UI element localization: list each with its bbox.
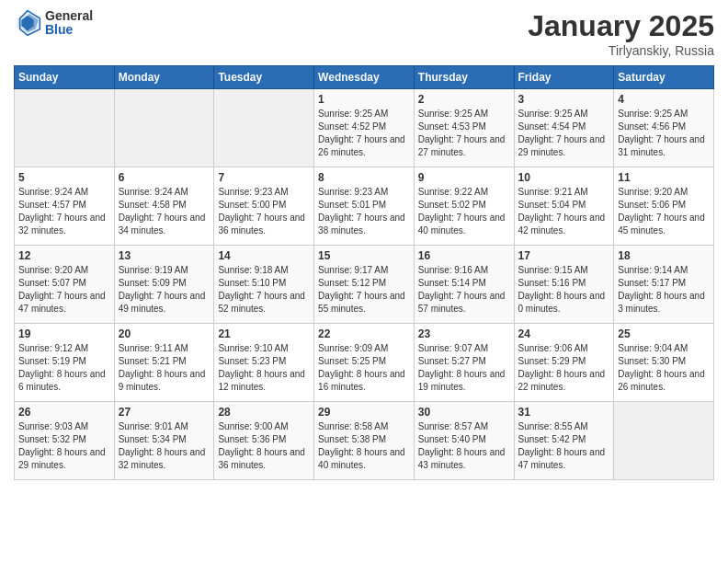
day-number: 14 bbox=[218, 249, 310, 262]
day-info: Sunrise: 9:12 AM Sunset: 5:19 PM Dayligh… bbox=[18, 342, 110, 394]
calendar-cell: 27Sunrise: 9:01 AM Sunset: 5:34 PM Dayli… bbox=[114, 402, 214, 480]
day-number: 10 bbox=[518, 171, 610, 184]
day-info: Sunrise: 9:14 AM Sunset: 5:17 PM Dayligh… bbox=[618, 264, 710, 316]
month-title: January 2025 bbox=[528, 9, 714, 43]
calendar-cell: 10Sunrise: 9:21 AM Sunset: 5:04 PM Dayli… bbox=[514, 167, 614, 246]
calendar-cell: 28Sunrise: 9:00 AM Sunset: 5:36 PM Dayli… bbox=[214, 402, 314, 480]
logo: General Blue bbox=[14, 9, 93, 38]
day-number: 23 bbox=[418, 327, 510, 340]
calendar-cell: 29Sunrise: 8:58 AM Sunset: 5:38 PM Dayli… bbox=[314, 402, 415, 480]
day-info: Sunrise: 9:22 AM Sunset: 5:02 PM Dayligh… bbox=[418, 186, 510, 237]
location: Tirlyanskiy, Russia bbox=[528, 43, 714, 58]
day-number: 15 bbox=[318, 249, 410, 262]
day-number: 22 bbox=[318, 327, 410, 340]
day-info: Sunrise: 8:55 AM Sunset: 5:42 PM Dayligh… bbox=[518, 420, 610, 472]
calendar-cell: 4Sunrise: 9:25 AM Sunset: 4:56 PM Daylig… bbox=[614, 89, 714, 167]
calendar-week-2: 5Sunrise: 9:24 AM Sunset: 4:57 PM Daylig… bbox=[15, 167, 714, 246]
calendar-week-4: 19Sunrise: 9:12 AM Sunset: 5:19 PM Dayli… bbox=[15, 324, 714, 402]
day-info: Sunrise: 9:15 AM Sunset: 5:16 PM Dayligh… bbox=[518, 264, 610, 316]
logo-blue: Blue bbox=[45, 23, 93, 37]
calendar-cell: 23Sunrise: 9:07 AM Sunset: 5:27 PM Dayli… bbox=[414, 324, 514, 402]
header-tuesday: Tuesday bbox=[214, 66, 314, 89]
day-header-row: Sunday Monday Tuesday Wednesday Thursday… bbox=[15, 66, 714, 89]
day-info: Sunrise: 9:00 AM Sunset: 5:36 PM Dayligh… bbox=[218, 420, 310, 472]
calendar-cell: 9Sunrise: 9:22 AM Sunset: 5:02 PM Daylig… bbox=[414, 167, 514, 246]
day-info: Sunrise: 9:01 AM Sunset: 5:34 PM Dayligh… bbox=[119, 420, 210, 472]
day-info: Sunrise: 9:25 AM Sunset: 4:54 PM Dayligh… bbox=[518, 108, 610, 159]
header-monday: Monday bbox=[114, 66, 214, 89]
day-number: 18 bbox=[618, 249, 710, 262]
calendar-cell: 7Sunrise: 9:23 AM Sunset: 5:00 PM Daylig… bbox=[214, 167, 314, 246]
day-number: 19 bbox=[18, 327, 110, 340]
day-number: 1 bbox=[318, 93, 410, 106]
day-number: 30 bbox=[418, 406, 510, 419]
calendar-cell bbox=[614, 402, 714, 480]
day-number: 3 bbox=[518, 93, 610, 106]
day-number: 21 bbox=[218, 327, 310, 340]
calendar-cell: 25Sunrise: 9:04 AM Sunset: 5:30 PM Dayli… bbox=[614, 324, 714, 402]
calendar-cell: 20Sunrise: 9:11 AM Sunset: 5:21 PM Dayli… bbox=[114, 324, 214, 402]
day-info: Sunrise: 9:07 AM Sunset: 5:27 PM Dayligh… bbox=[418, 342, 510, 394]
header-sunday: Sunday bbox=[15, 66, 115, 89]
calendar-cell: 24Sunrise: 9:06 AM Sunset: 5:29 PM Dayli… bbox=[514, 324, 614, 402]
header-thursday: Thursday bbox=[414, 66, 514, 89]
day-number: 6 bbox=[119, 171, 210, 184]
day-info: Sunrise: 9:19 AM Sunset: 5:09 PM Dayligh… bbox=[119, 264, 210, 316]
day-number: 28 bbox=[218, 406, 310, 419]
calendar-cell: 31Sunrise: 8:55 AM Sunset: 5:42 PM Dayli… bbox=[514, 402, 614, 480]
main-container: General Blue January 2025 Tirlyanskiy, R… bbox=[0, 0, 728, 489]
calendar-week-3: 12Sunrise: 9:20 AM Sunset: 5:07 PM Dayli… bbox=[15, 246, 714, 324]
day-number: 4 bbox=[618, 93, 710, 106]
day-info: Sunrise: 9:25 AM Sunset: 4:53 PM Dayligh… bbox=[418, 108, 510, 159]
calendar-cell: 30Sunrise: 8:57 AM Sunset: 5:40 PM Dayli… bbox=[414, 402, 514, 480]
day-info: Sunrise: 9:06 AM Sunset: 5:29 PM Dayligh… bbox=[518, 342, 610, 394]
day-info: Sunrise: 9:24 AM Sunset: 4:57 PM Dayligh… bbox=[18, 186, 110, 237]
calendar-week-1: 1Sunrise: 9:25 AM Sunset: 4:52 PM Daylig… bbox=[15, 89, 714, 167]
calendar-cell: 16Sunrise: 9:16 AM Sunset: 5:14 PM Dayli… bbox=[414, 246, 514, 324]
day-number: 7 bbox=[218, 171, 310, 184]
header-wednesday: Wednesday bbox=[314, 66, 415, 89]
calendar-cell: 13Sunrise: 9:19 AM Sunset: 5:09 PM Dayli… bbox=[114, 246, 214, 324]
day-info: Sunrise: 8:57 AM Sunset: 5:40 PM Dayligh… bbox=[418, 420, 510, 472]
day-number: 13 bbox=[119, 249, 210, 262]
calendar-cell bbox=[15, 89, 115, 167]
day-info: Sunrise: 9:21 AM Sunset: 5:04 PM Dayligh… bbox=[518, 186, 610, 237]
day-number: 26 bbox=[18, 406, 110, 419]
day-number: 9 bbox=[418, 171, 510, 184]
calendar-cell: 18Sunrise: 9:14 AM Sunset: 5:17 PM Dayli… bbox=[614, 246, 714, 324]
calendar-cell: 21Sunrise: 9:10 AM Sunset: 5:23 PM Dayli… bbox=[214, 324, 314, 402]
calendar-cell: 8Sunrise: 9:23 AM Sunset: 5:01 PM Daylig… bbox=[314, 167, 415, 246]
calendar-cell bbox=[214, 89, 314, 167]
day-number: 8 bbox=[318, 171, 410, 184]
day-info: Sunrise: 9:16 AM Sunset: 5:14 PM Dayligh… bbox=[418, 264, 510, 316]
calendar-cell: 6Sunrise: 9:24 AM Sunset: 4:58 PM Daylig… bbox=[114, 167, 214, 246]
day-info: Sunrise: 9:09 AM Sunset: 5:25 PM Dayligh… bbox=[318, 342, 410, 394]
day-info: Sunrise: 9:23 AM Sunset: 5:00 PM Dayligh… bbox=[218, 186, 310, 237]
calendar-body: 1Sunrise: 9:25 AM Sunset: 4:52 PM Daylig… bbox=[15, 89, 714, 480]
header-friday: Friday bbox=[514, 66, 614, 89]
day-number: 25 bbox=[618, 327, 710, 340]
calendar-cell: 17Sunrise: 9:15 AM Sunset: 5:16 PM Dayli… bbox=[514, 246, 614, 324]
calendar-cell: 12Sunrise: 9:20 AM Sunset: 5:07 PM Dayli… bbox=[15, 246, 115, 324]
logo-general: General bbox=[45, 9, 93, 23]
calendar-cell: 2Sunrise: 9:25 AM Sunset: 4:53 PM Daylig… bbox=[414, 89, 514, 167]
header: General Blue January 2025 Tirlyanskiy, R… bbox=[14, 9, 714, 58]
day-info: Sunrise: 9:17 AM Sunset: 5:12 PM Dayligh… bbox=[318, 264, 410, 316]
logo-icon bbox=[14, 9, 41, 37]
title-block: January 2025 Tirlyanskiy, Russia bbox=[528, 9, 714, 58]
day-info: Sunrise: 9:24 AM Sunset: 4:58 PM Dayligh… bbox=[119, 186, 210, 237]
day-info: Sunrise: 9:25 AM Sunset: 4:56 PM Dayligh… bbox=[618, 108, 710, 159]
day-info: Sunrise: 9:23 AM Sunset: 5:01 PM Dayligh… bbox=[318, 186, 410, 237]
calendar-cell: 19Sunrise: 9:12 AM Sunset: 5:19 PM Dayli… bbox=[15, 324, 115, 402]
day-number: 16 bbox=[418, 249, 510, 262]
calendar-cell: 1Sunrise: 9:25 AM Sunset: 4:52 PM Daylig… bbox=[314, 89, 415, 167]
header-saturday: Saturday bbox=[614, 66, 714, 89]
calendar-cell: 3Sunrise: 9:25 AM Sunset: 4:54 PM Daylig… bbox=[514, 89, 614, 167]
calendar-cell bbox=[114, 89, 214, 167]
day-number: 29 bbox=[318, 406, 410, 419]
day-number: 20 bbox=[119, 327, 210, 340]
day-info: Sunrise: 9:04 AM Sunset: 5:30 PM Dayligh… bbox=[618, 342, 710, 394]
calendar-cell: 22Sunrise: 9:09 AM Sunset: 5:25 PM Dayli… bbox=[314, 324, 415, 402]
day-info: Sunrise: 9:20 AM Sunset: 5:07 PM Dayligh… bbox=[18, 264, 110, 316]
day-info: Sunrise: 9:11 AM Sunset: 5:21 PM Dayligh… bbox=[119, 342, 210, 394]
